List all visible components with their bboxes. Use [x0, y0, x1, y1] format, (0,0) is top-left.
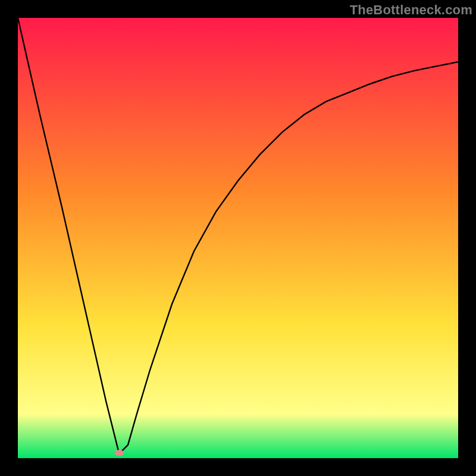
watermark-text: TheBottleneck.com — [350, 2, 472, 18]
chart-frame: TheBottleneck.com — [0, 0, 476, 476]
optimal-point-marker — [114, 450, 124, 456]
gradient-background — [18, 18, 458, 458]
bottleneck-chart — [18, 18, 458, 458]
